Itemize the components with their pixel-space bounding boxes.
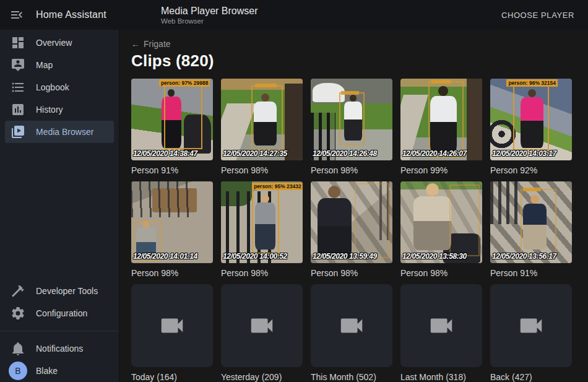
- sidebar-nav: Overview Map Logbook History Media Brows…: [0, 30, 119, 143]
- clip-caption: Person 91%: [490, 267, 572, 279]
- clip-caption: Person 98%: [221, 164, 303, 176]
- hammer-icon: [11, 284, 25, 298]
- porch-shape: [467, 79, 482, 160]
- detection-box: [449, 184, 480, 256]
- app-header: Home Assistant Media Player Browser Web …: [0, 0, 588, 30]
- clip-timestamp: 12/05/2020 14:00:52: [223, 252, 287, 261]
- content-header: ← Frigate Clips (820): [120, 30, 588, 71]
- avatar: B: [9, 362, 27, 380]
- detection-box: [339, 92, 365, 144]
- menu-open-icon[interactable]: [9, 7, 24, 22]
- folder-tile-this-month[interactable]: This Month (502): [311, 284, 392, 382]
- folder-caption: Back (427): [490, 371, 572, 382]
- clip-caption: Person 98%: [311, 267, 392, 279]
- clip-tile[interactable]: person: 95% 23432 12/05/2020 14:00:52 Pe…: [221, 181, 303, 279]
- sidebar-spacer: [0, 143, 119, 280]
- clip-caption: Person 98%: [400, 267, 482, 279]
- clip-tile[interactable]: 12/05/2020 13:58:30 Person 98%: [400, 181, 482, 279]
- sidebar-item-logbook[interactable]: Logbook: [5, 76, 114, 98]
- clip-thumbnail: 12/05/2020 13:58:30: [400, 181, 482, 263]
- app-title: Home Assistant: [36, 9, 106, 20]
- clip-tile[interactable]: person: 96% 32154 12/05/2020 14:03:17 Pe…: [490, 79, 572, 176]
- page-title-block: Media Player Browser Web Browser: [161, 5, 258, 25]
- detection-label: person: 97% 29988: [159, 79, 210, 87]
- folder-caption: Yesterday (209): [221, 371, 303, 382]
- clip-caption: Person 98%: [131, 267, 213, 279]
- clip-timestamp: 12/05/2020 14:27:35: [223, 149, 287, 158]
- page-subtitle: Web Browser: [161, 17, 258, 25]
- bar-chart-icon: [11, 102, 25, 117]
- clip-timestamp: 12/05/2020 14:26:07: [402, 149, 467, 158]
- folder-caption: Today (164): [131, 371, 213, 382]
- clip-tile[interactable]: 12/05/2020 13:56:17 Person 91%: [490, 181, 572, 279]
- clip-timestamp: 12/05/2020 13:59:49: [313, 252, 377, 261]
- list-icon: [11, 80, 25, 95]
- dashboard-icon: [11, 35, 25, 50]
- gear-icon: [11, 306, 25, 321]
- clip-tile[interactable]: 12/05/2020 14:26:48 Person 98%: [311, 79, 392, 176]
- sidebar-item-user[interactable]: B Blake: [5, 360, 114, 382]
- clip-timestamp: 12/05/2020 14:01:14: [133, 252, 197, 261]
- sidebar-item-developer-tools[interactable]: Developer Tools: [5, 280, 114, 302]
- clip-caption: Person 98%: [311, 164, 392, 176]
- clip-tile[interactable]: 12/05/2020 13:59:49 Person 98%: [311, 181, 392, 279]
- folder-tile-last-month[interactable]: Last Month (318): [400, 284, 482, 382]
- clip-timestamp: 12/05/2020 14:26:48: [313, 149, 377, 158]
- detection-box: [252, 187, 279, 254]
- detection-box: [164, 80, 202, 149]
- folder-thumbnail: [311, 284, 392, 367]
- clip-timestamp: 12/05/2020 14:38:47: [133, 149, 197, 158]
- folder-caption: Last Month (318): [400, 371, 482, 382]
- media-browser-content: ← Frigate Clips (820) person: 97% 29988 …: [120, 30, 588, 382]
- folder-tile-today[interactable]: Today (164): [131, 284, 213, 382]
- folder-thumbnail: [131, 284, 213, 367]
- sidebar-divider: [0, 331, 119, 331]
- app-header-main: Media Player Browser Web Browser CHOOSE …: [119, 0, 588, 30]
- sidebar-item-media-browser[interactable]: Media Browser: [5, 121, 114, 143]
- page-title: Media Player Browser: [161, 5, 258, 17]
- clip-timestamp: 12/05/2020 14:03:17: [492, 149, 556, 158]
- video-camera-icon: [337, 311, 366, 340]
- video-camera-icon: [248, 311, 276, 340]
- breadcrumb-label: Frigate: [144, 39, 171, 49]
- clip-timestamp: 12/05/2020 13:56:17: [492, 252, 556, 261]
- sidebar-item-map[interactable]: Map: [5, 54, 114, 76]
- clip-tile[interactable]: 12/05/2020 14:27:35 Person 98%: [221, 79, 303, 176]
- folder-tile-back[interactable]: Back (427): [490, 284, 572, 382]
- clip-tile[interactable]: person: 97% 29988 12/05/2020 14:38:47 Pe…: [131, 79, 213, 176]
- detection-box: [428, 81, 464, 157]
- map-person-icon: [11, 58, 25, 72]
- home-assistant-app: Home Assistant Media Player Browser Web …: [0, 0, 588, 382]
- sidebar-item-history[interactable]: History: [5, 98, 114, 121]
- clip-thumbnail: person: 95% 23432 12/05/2020 14:00:52: [221, 181, 303, 263]
- clip-thumbnail: person: 96% 32154 12/05/2020 14:03:17: [490, 79, 572, 160]
- clips-grid: person: 97% 29988 12/05/2020 14:38:47 Pe…: [131, 79, 588, 382]
- video-camera-icon: [517, 311, 545, 340]
- person-figure: [318, 186, 352, 259]
- clip-caption: Person 99%: [400, 164, 482, 176]
- clip-thumbnail: person: 97% 29988 12/05/2020 14:38:47: [131, 79, 213, 160]
- choose-player-button[interactable]: CHOOSE PLAYER: [496, 6, 579, 25]
- breadcrumb-back-frigate[interactable]: ← Frigate: [131, 39, 171, 49]
- clip-thumbnail: 12/05/2020 14:01:14: [131, 181, 213, 263]
- clips-title: Clips (820): [131, 51, 588, 71]
- folder-caption: This Month (502): [311, 371, 392, 382]
- app-header-left: Home Assistant: [0, 0, 119, 30]
- detection-label: person: 95% 23432: [252, 183, 303, 190]
- detection-label: person: 96% 32154: [506, 79, 558, 87]
- video-camera-icon: [427, 311, 456, 340]
- clip-tile[interactable]: 12/05/2020 14:01:14 Person 98%: [131, 181, 213, 279]
- sidebar: Overview Map Logbook History Media Brows…: [0, 30, 119, 382]
- folder-thumbnail: [400, 284, 482, 367]
- sidebar-item-overview[interactable]: Overview: [5, 32, 114, 54]
- folder-tile-yesterday[interactable]: Yesterday (209): [221, 284, 303, 382]
- clip-thumbnail: 12/05/2020 13:56:17: [490, 181, 572, 263]
- sidebar-item-notifications[interactable]: Notifications: [5, 337, 114, 360]
- clip-thumbnail: 12/05/2020 14:27:35: [221, 79, 303, 160]
- play-box-icon: [11, 124, 25, 139]
- clip-tile[interactable]: 12/05/2020 14:26:07 Person 99%: [400, 79, 482, 176]
- clip-thumbnail: 12/05/2020 13:59:49: [311, 181, 392, 263]
- sidebar-item-configuration[interactable]: Configuration: [5, 302, 114, 324]
- video-camera-icon: [158, 311, 186, 340]
- fence-shape: [490, 181, 518, 224]
